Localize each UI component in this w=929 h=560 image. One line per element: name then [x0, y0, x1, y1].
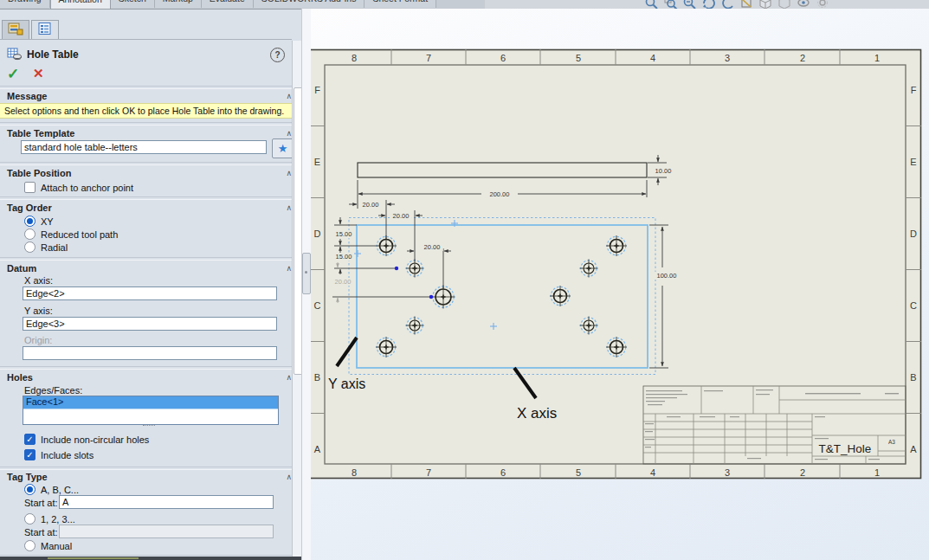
edges-faces-list[interactable]: Face<1>	[23, 396, 279, 425]
section-table-template[interactable]: Table Template∧	[0, 127, 295, 139]
svg-text:8: 8	[352, 53, 357, 63]
command-tab-evaluate[interactable]: Evaluate	[202, 0, 254, 8]
radio-manual[interactable]: Manual	[24, 540, 72, 551]
section-tag-order[interactable]: Tag Order∧	[0, 202, 295, 214]
divider	[0, 86, 292, 89]
checkbox-checked[interactable]: ✓	[24, 434, 35, 445]
edges-faces-label: Edges/Faces:	[24, 385, 82, 396]
cancel-button[interactable]: ✕	[33, 66, 44, 81]
panel-tab-divider	[0, 39, 292, 40]
command-tab-solidworks-add-ins[interactable]: SOLIDWORKS Add-Ins	[254, 0, 365, 8]
y-axis-note[interactable]: Y axis	[328, 377, 365, 391]
checkbox-unchecked[interactable]	[24, 182, 35, 193]
svg-text:3: 3	[725, 53, 730, 63]
chevron-up-icon[interactable]: ∧	[286, 129, 292, 138]
dimension-text[interactable]: 15.00	[336, 230, 352, 238]
svg-text:D: D	[314, 229, 321, 239]
svg-text:C: C	[314, 300, 321, 311]
dimension-text[interactable]: 20.00	[363, 201, 379, 209]
section-datum[interactable]: Datum∧	[0, 262, 295, 274]
selected-face-item[interactable]: Face<1>	[23, 396, 278, 409]
numbers-start-input[interactable]	[59, 525, 274, 538]
attach-anchor-checkbox[interactable]: Attach to anchor point	[24, 182, 133, 193]
panel-collapse-handle[interactable]	[302, 253, 311, 294]
chevron-up-icon[interactable]: ∧	[286, 169, 292, 177]
command-tab-drawing[interactable]: Drawing	[0, 0, 50, 8]
svg-text:3: 3	[725, 467, 730, 478]
svg-text:B: B	[910, 372, 916, 383]
panel-tab-bar	[2, 20, 61, 39]
svg-text:F: F	[911, 85, 917, 95]
chevron-up-icon[interactable]: ∧	[286, 264, 292, 273]
message-text: Select options and then click OK to plac…	[0, 103, 292, 119]
divider	[0, 366, 292, 370]
svg-text:6: 6	[500, 53, 506, 63]
title-block-size: A3	[888, 439, 895, 445]
radio-radial[interactable]: Radial	[24, 241, 68, 253]
letters-start-input[interactable]	[59, 495, 274, 509]
command-tab-annotation[interactable]: Annotation	[50, 0, 111, 9]
radio-numbers[interactable]: 1, 2, 3...	[24, 513, 75, 525]
dimension-text[interactable]: 20.00	[393, 212, 410, 220]
include-slots-checkbox[interactable]: ✓ Include slots	[24, 449, 94, 460]
chevron-up-icon[interactable]: ∧	[286, 373, 292, 382]
svg-text:D: D	[910, 229, 917, 239]
svg-text:4: 4	[650, 53, 655, 63]
feature-tree-icon	[8, 22, 23, 35]
favorites-star-icon: ★	[278, 142, 288, 155]
section-table-position[interactable]: Table Position∧	[0, 167, 295, 179]
svg-text:5: 5	[576, 467, 581, 478]
x-axis-input[interactable]	[23, 286, 277, 300]
include-non-circular-checkbox[interactable]: ✓ Include non-circular holes	[24, 434, 149, 445]
dimension-text[interactable]: 15.00	[336, 253, 352, 261]
divider	[0, 196, 292, 200]
dimension-text[interactable]: 200.00	[490, 190, 510, 198]
svg-text:7: 7	[426, 53, 431, 63]
radio-xy[interactable]: XY	[24, 216, 54, 227]
help-button[interactable]: ?	[270, 48, 285, 62]
ok-button[interactable]: ✓	[7, 65, 19, 83]
tab-property-manager[interactable]	[31, 20, 59, 40]
chevron-up-icon[interactable]: ∧	[286, 473, 292, 481]
drawing-sheet[interactable]: 8877665544332211FFEEDDCCBBAA	[308, 48, 923, 480]
svg-text:5: 5	[576, 53, 581, 63]
y-axis-input[interactable]	[23, 317, 277, 331]
command-manager-tabs: DrawingAnnotationSketchMarkupEvaluateSOL…	[0, 0, 485, 9]
section-tag-type[interactable]: Tag Type∧	[0, 471, 295, 483]
start-at-label: Start at:	[24, 498, 58, 508]
origin-input[interactable]	[23, 346, 277, 360]
dimension-text[interactable]: 20.00	[424, 243, 441, 251]
dimension-text[interactable]: 20.00	[335, 278, 352, 286]
dimension-text[interactable]: 10.00	[655, 167, 672, 175]
x-axis-label: X axis:	[24, 275, 53, 286]
chevron-up-icon[interactable]: ∧	[286, 92, 292, 100]
x-axis-note[interactable]: X axis	[517, 405, 557, 422]
radio-reduced-tool-path[interactable]: Reduced tool path	[24, 229, 118, 240]
svg-text:1: 1	[874, 467, 880, 478]
section-holes[interactable]: Holes∧	[0, 371, 295, 383]
hole-table-icon	[7, 48, 22, 61]
command-tab-markup[interactable]: Markup	[155, 0, 202, 8]
command-tab-sketch[interactable]: Sketch	[111, 0, 155, 8]
radio-letters[interactable]: A, B, C...	[24, 484, 79, 495]
panel-title: Hole Table	[27, 48, 79, 61]
divider	[0, 122, 292, 126]
divider	[0, 257, 292, 261]
command-tab-sheet-format[interactable]: Sheet Format	[365, 0, 436, 8]
list-resize-handle[interactable]	[143, 425, 155, 428]
svg-text:B: B	[314, 372, 320, 383]
chevron-up-icon[interactable]: ∧	[286, 203, 292, 212]
template-input[interactable]	[21, 140, 267, 154]
section-message[interactable]: Message∧	[0, 90, 295, 102]
svg-text:E: E	[314, 157, 320, 167]
svg-text:F: F	[314, 85, 320, 95]
panel-title-row: Hole Table	[7, 48, 79, 61]
svg-text:6: 6	[500, 467, 506, 478]
dimension-text[interactable]: 100.00	[657, 272, 677, 280]
tab-feature-tree[interactable]	[2, 20, 29, 40]
checkbox-checked[interactable]: ✓	[24, 449, 35, 460]
template-browse-button[interactable]: ★	[272, 138, 294, 158]
divider	[0, 162, 292, 165]
clipped-bottom-row	[0, 557, 301, 560]
svg-text:A: A	[910, 444, 917, 454]
